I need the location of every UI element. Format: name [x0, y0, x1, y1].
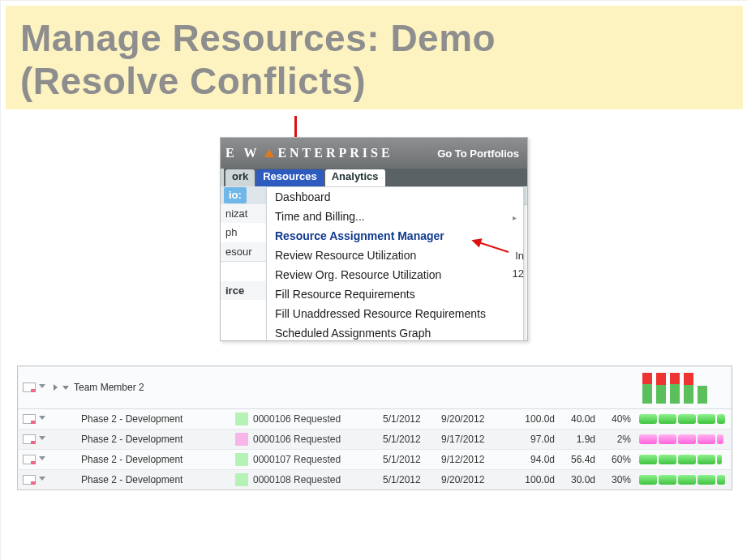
id-status: 0000106 Requested: [253, 434, 383, 445]
sparkline: [639, 414, 727, 424]
slide-title: Manage Resources: Demo (Resolve Conflict…: [20, 17, 728, 103]
spark-segment: [717, 434, 723, 444]
menu-item-4[interactable]: Review Org. Resource Utilization: [267, 265, 523, 284]
annotation-arrow-diag-icon: [468, 226, 509, 250]
spark-segment: [698, 475, 715, 485]
percent: 40%: [595, 413, 636, 425]
assignment-row[interactable]: Phase 2 - Development0000107 Requested5/…: [18, 450, 732, 470]
color-swatch: [235, 433, 248, 446]
util-bar: [642, 373, 652, 404]
color-swatch: [235, 453, 248, 466]
row-icon: [23, 434, 36, 444]
brand-logo: E W ENTERPRISE: [225, 146, 393, 160]
sparkline: [639, 475, 727, 485]
spark-segment: [678, 455, 696, 464]
end-date: 9/20/2012: [441, 474, 508, 485]
row-dropdown-icon[interactable]: [39, 416, 45, 422]
start-date: 5/1/2012: [383, 474, 441, 485]
spark-segment: [659, 475, 676, 485]
sub-io-label: io:: [224, 187, 247, 203]
spark-segment: [639, 475, 657, 485]
spark-segment: [717, 455, 722, 464]
spark-segment: [639, 455, 657, 464]
slide-title-banner: Manage Resources: Demo (Resolve Conflict…: [6, 6, 743, 109]
phase-name: Phase 2 - Development: [54, 413, 235, 425]
menu-item-6[interactable]: Fill Unaddressed Resource Requirements: [267, 304, 523, 323]
util-bar: [684, 373, 693, 404]
team-member-label: Team Member 2: [74, 382, 144, 393]
spark-segment: [717, 475, 725, 485]
start-date: 5/1/2012: [383, 413, 441, 425]
menu-item-1[interactable]: Time and Billing...▸: [267, 207, 523, 226]
left-column-fragments: nizat ph esour irce: [221, 204, 266, 300]
tab-work[interactable]: ork: [225, 169, 255, 186]
frag-irce: irce: [221, 281, 266, 300]
duration: 94.0d: [508, 454, 555, 465]
tab-resources[interactable]: Resources: [256, 169, 323, 186]
frag-esour: esour: [221, 242, 266, 262]
phase-name: Phase 2 - Development: [54, 454, 235, 465]
id-status: 0000107 Requested: [253, 454, 383, 465]
id-status: 0000106 Requested: [253, 413, 383, 425]
resources-dropdown-menu: DashboardTime and Billing...▸Resource As…: [266, 186, 524, 341]
assignment-row[interactable]: Phase 2 - Development0000106 Requested5/…: [18, 430, 732, 450]
menu-item-7[interactable]: Scheduled Assignments Graph: [267, 323, 523, 341]
expand-down-icon[interactable]: [62, 386, 69, 390]
duration: 100.0d: [508, 474, 555, 485]
slide-title-line2: (Resolve Conflicts): [20, 60, 366, 102]
go-to-portfolios-link[interactable]: Go To Portfolios: [437, 147, 527, 160]
row-dropdown-icon[interactable]: [39, 384, 45, 391]
utilization-bar-chart: [642, 371, 723, 404]
spark-segment: [678, 434, 696, 444]
tab-analytics[interactable]: Analytics: [325, 169, 385, 186]
submenu-arrow-icon: ▸: [513, 213, 517, 222]
row-icon: [23, 383, 36, 392]
spark-segment: [659, 414, 676, 424]
sparkline: [639, 455, 727, 464]
frag-ph: ph: [221, 223, 266, 242]
expand-right-icon[interactable]: [54, 384, 58, 391]
start-date: 5/1/2012: [383, 434, 441, 445]
color-swatch: [235, 473, 248, 486]
spark-segment: [698, 414, 715, 424]
trailing-fragment-12: 12: [513, 267, 524, 280]
spark-segment: [698, 434, 715, 444]
menu-item-5[interactable]: Fill Resource Requirements: [267, 284, 523, 304]
util-bar: [698, 386, 707, 404]
assignment-row[interactable]: Phase 2 - Development0000108 Requested5/…: [18, 470, 732, 489]
spark-segment: [639, 414, 657, 424]
phase-name: Phase 2 - Development: [54, 474, 235, 485]
end-date: 9/20/2012: [441, 413, 508, 425]
main-tab-bar: ork Resources Analytics: [221, 169, 527, 186]
row-dropdown-icon[interactable]: [39, 436, 45, 442]
menu-item-0[interactable]: Dashboard: [267, 187, 523, 207]
end-date: 9/12/2012: [441, 454, 508, 465]
color-swatch: [235, 413, 248, 425]
team-header-row[interactable]: Team Member 2: [18, 366, 732, 409]
tab-cut-left: [221, 169, 224, 186]
effort: 40.0d: [555, 413, 595, 425]
util-bar: [656, 373, 666, 404]
effort: 1.9d: [555, 434, 595, 445]
spark-segment: [678, 414, 696, 424]
brand-caret-icon: [264, 149, 274, 157]
row-icon: [23, 475, 36, 485]
assignment-grid: Team Member 2 Phase 2 - Development00001…: [17, 365, 732, 490]
id-status: 0000108 Requested: [253, 474, 383, 485]
util-bar: [670, 373, 680, 404]
effort: 30.0d: [555, 474, 595, 485]
end-date: 9/17/2012: [441, 434, 508, 445]
row-dropdown-icon[interactable]: [39, 477, 45, 483]
percent: 30%: [595, 474, 636, 485]
brand-right: ENTERPRISE: [277, 146, 393, 160]
assignment-row[interactable]: Phase 2 - Development0000106 Requested5/…: [18, 409, 732, 430]
brand-left: E W: [225, 146, 260, 160]
spark-segment: [639, 434, 657, 444]
row-dropdown-icon[interactable]: [39, 456, 45, 463]
app-header: E W ENTERPRISE Go To Portfolios: [221, 138, 527, 169]
frag-nizat: nizat: [221, 204, 266, 223]
percent: 60%: [595, 454, 636, 465]
row-icon: [23, 455, 36, 464]
effort: 56.4d: [555, 454, 595, 465]
spark-segment: [717, 414, 725, 424]
